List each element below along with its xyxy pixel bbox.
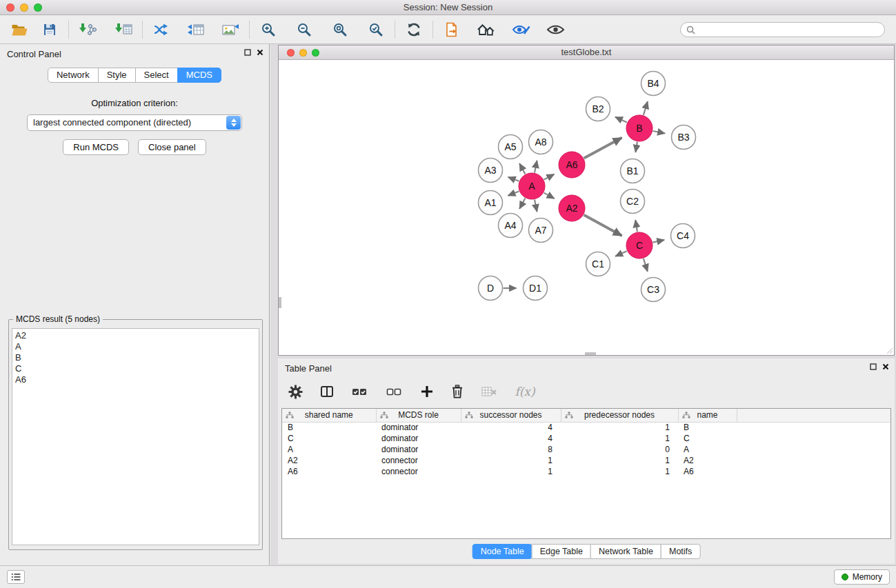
graph-edge-C-C1[interactable]	[615, 251, 627, 256]
show-panel-list-button[interactable]	[7, 570, 25, 584]
graph-node-C[interactable]: C	[626, 232, 653, 258]
horizontal-scroll-thumb[interactable]	[585, 352, 596, 355]
graph-node-B4[interactable]: B4	[641, 72, 666, 96]
column-header[interactable]: name	[678, 409, 737, 422]
table-cell[interactable]: 1	[461, 455, 561, 466]
mcds-result-list[interactable]: A2ABCA6	[12, 328, 259, 545]
graph-edge-A-A7[interactable]	[535, 200, 537, 212]
resize-grip-icon[interactable]	[885, 346, 893, 354]
tab-style[interactable]: Style	[98, 68, 136, 83]
tab-network[interactable]: Network	[48, 68, 99, 83]
graph-node-D1[interactable]: D1	[524, 276, 548, 301]
table-row[interactable]: A2connector11A2	[282, 455, 890, 466]
graph-edge-A-A6[interactable]	[544, 174, 555, 180]
column-header[interactable]: successor nodes	[461, 409, 561, 422]
vertical-scroll-thumb[interactable]	[279, 297, 281, 308]
graph-node-B3[interactable]: B3	[672, 125, 696, 150]
list-item[interactable]: A6	[15, 374, 256, 385]
optimization-criterion-dropdown[interactable]: largest connected component (directed)	[27, 114, 242, 131]
table-cell[interactable]: dominator	[376, 433, 461, 444]
table-cell[interactable]: dominator	[376, 444, 461, 455]
graph-edge-B-B3[interactable]	[653, 131, 665, 134]
table-cell[interactable]: 1	[561, 422, 678, 433]
graph-node-A2[interactable]: A2	[559, 195, 585, 221]
table-cell[interactable]: C	[282, 433, 376, 444]
memory-button[interactable]: Memory	[834, 569, 890, 585]
graph-edge-C-C2[interactable]	[635, 220, 637, 232]
graph-node-C1[interactable]: C1	[586, 252, 610, 276]
table-cell[interactable]: 1	[461, 466, 561, 477]
close-panel-icon[interactable]	[257, 49, 263, 56]
close-panel-button[interactable]: Close panel	[138, 139, 206, 155]
graph-edge-A6-B[interactable]	[584, 138, 622, 159]
graph-edge-C-C3[interactable]	[644, 258, 648, 272]
table-row[interactable]: Adominator80A	[282, 444, 890, 455]
graph-node-A1[interactable]: A1	[479, 191, 503, 215]
save-session-button[interactable]	[37, 19, 62, 41]
tab-motifs[interactable]: Motifs	[661, 544, 700, 559]
zoom-fit-button[interactable]	[328, 19, 352, 41]
graph-edge-C-C4[interactable]	[653, 240, 665, 243]
graph-node-A6[interactable]: A6	[559, 152, 585, 178]
deselect-all-button[interactable]	[384, 381, 405, 403]
tab-network-table[interactable]: Network Table	[590, 544, 661, 559]
table-cell[interactable]: dominator	[376, 422, 461, 433]
hide-details-button[interactable]	[543, 19, 568, 41]
graph-edge-A-A8[interactable]	[535, 161, 537, 172]
graph-node-A5[interactable]: A5	[499, 135, 523, 159]
zoom-in-button[interactable]	[256, 19, 281, 41]
graph-node-A7[interactable]: A7	[529, 219, 553, 243]
table-cell[interactable]: A	[282, 444, 376, 455]
table-cell[interactable]: 0	[561, 444, 678, 455]
graphics-details-button[interactable]	[508, 19, 533, 41]
delete-table-button[interactable]	[479, 381, 499, 403]
graph-edge-B-B2[interactable]	[615, 117, 627, 123]
graph-edge-A2-C[interactable]	[584, 215, 622, 236]
refresh-button[interactable]	[401, 19, 426, 41]
graph-edge-A-A4[interactable]	[519, 199, 525, 209]
export-image-button[interactable]	[218, 19, 243, 41]
float-panel-icon[interactable]	[244, 49, 251, 56]
close-table-panel-icon[interactable]	[882, 363, 889, 370]
graph-edge-B-B4[interactable]	[644, 101, 648, 115]
run-mcds-button[interactable]: Run MCDS	[63, 139, 129, 155]
network-canvas[interactable]: B4B2BB3A5A8A6B1A3AC2A1A2A4A7C4CC1DD1C3	[279, 60, 894, 355]
list-item[interactable]: B	[15, 352, 256, 363]
table-cell[interactable]: 1	[561, 466, 678, 477]
table-cell[interactable]: B	[678, 422, 737, 433]
new-network-button[interactable]	[149, 19, 174, 41]
minimize-window-button[interactable]	[20, 3, 28, 12]
list-item[interactable]: C	[15, 363, 256, 374]
search-input[interactable]	[699, 25, 879, 34]
graph-edge-A-A5[interactable]	[519, 163, 525, 174]
table-cell[interactable]: 4	[461, 422, 561, 433]
table-cell[interactable]: connector	[376, 466, 461, 477]
search-box[interactable]	[680, 22, 885, 37]
select-all-button[interactable]	[350, 381, 370, 403]
tab-edge-table[interactable]: Edge Table	[532, 544, 591, 559]
graph-node-C3[interactable]: C3	[641, 278, 666, 302]
graph-edge-A-A2[interactable]	[544, 193, 555, 199]
close-network-button[interactable]	[287, 49, 295, 57]
graph-node-A8[interactable]: A8	[529, 130, 553, 154]
table-cell[interactable]: A6	[678, 466, 737, 477]
table-cell[interactable]: A6	[282, 466, 376, 477]
column-header[interactable]: predecessor nodes	[561, 409, 678, 422]
table-cell[interactable]: connector	[376, 455, 461, 466]
tab-select[interactable]: Select	[135, 68, 178, 83]
zoom-network-button[interactable]	[312, 49, 319, 57]
table-row[interactable]: A6connector11A6	[282, 466, 890, 477]
column-header[interactable]: shared name	[282, 409, 376, 422]
float-table-panel-icon[interactable]	[870, 363, 877, 370]
import-network-button[interactable]	[75, 19, 100, 41]
zoom-out-button[interactable]	[292, 19, 317, 41]
graph-node-B[interactable]: B	[626, 115, 653, 141]
graph-node-C4[interactable]: C4	[671, 224, 695, 248]
open-session-button[interactable]	[7, 19, 32, 41]
table-cell[interactable]: A2	[282, 455, 376, 466]
table-cell[interactable]: A2	[678, 455, 737, 466]
list-item[interactable]: A2	[15, 330, 256, 341]
show-columns-button[interactable]	[318, 381, 336, 403]
table-cell[interactable]: A	[678, 444, 737, 455]
graph-edge-B-B1[interactable]	[635, 142, 637, 152]
